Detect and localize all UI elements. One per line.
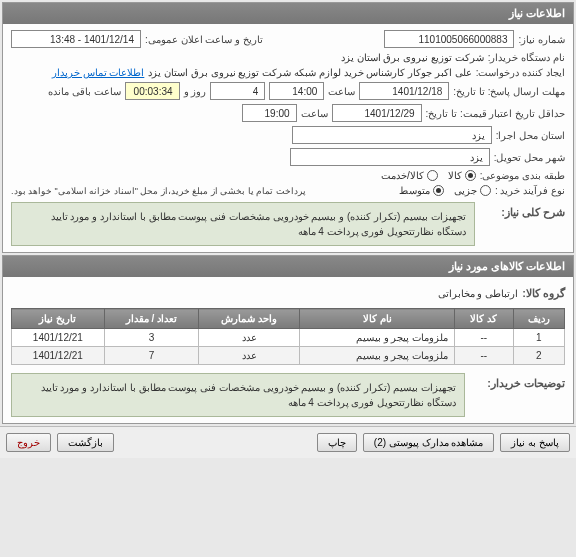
process-small-radio[interactable]: جزیی xyxy=(454,185,491,196)
validity-label: حداقل تاریخ اعتبار قیمت: تا تاریخ: xyxy=(426,108,565,119)
reply-time-label: ساعت xyxy=(328,86,355,97)
th-code: کد کالا xyxy=(455,309,513,329)
remaining-label: ساعت باقی مانده xyxy=(48,86,121,97)
radio-dot-icon xyxy=(480,185,491,196)
buyer-value: شرکت توزیع نیروی برق استان یزد xyxy=(341,52,484,63)
items-table: ردیف کد کالا نام کالا واحد شمارش تعداد /… xyxy=(11,308,565,365)
cell-qty: 7 xyxy=(104,347,199,365)
reply-deadline-label: مهلت ارسال پاسخ: تا تاریخ: xyxy=(453,86,565,97)
contact-link[interactable]: اطلاعات تماس خریدار xyxy=(52,67,145,78)
cell-unit: عدد xyxy=(199,347,300,365)
need-info-header: اطلاعات نیاز xyxy=(3,3,573,24)
cell-unit: عدد xyxy=(199,329,300,347)
th-date: تاریخ نیاز xyxy=(12,309,105,329)
validity-time-field: 19:00 xyxy=(242,104,297,122)
grouping-goods-label: کالا xyxy=(448,170,462,181)
th-name: نام کالا xyxy=(300,309,455,329)
table-header-row: ردیف کد کالا نام کالا واحد شمارش تعداد /… xyxy=(12,309,565,329)
delivery-city-label: شهر محل تحویل: xyxy=(494,152,565,163)
announce-label: تاریخ و ساعت اعلان عمومی: xyxy=(145,34,263,45)
grouping-radios: کالا کالا/خدمت xyxy=(381,170,476,181)
validity-time-label: ساعت xyxy=(301,108,328,119)
delivery-city-field: یزد xyxy=(290,148,490,166)
process-medium-label: متوسط xyxy=(399,185,430,196)
process-small-label: جزیی xyxy=(454,185,477,196)
need-info-body: شماره نیاز: 1101005066000883 تاریخ و ساع… xyxy=(3,24,573,252)
items-info-panel: اطلاعات کالاهای مورد نیاز گروه کالا: ارت… xyxy=(2,255,574,424)
radio-dot-icon xyxy=(427,170,438,181)
cell-name: ملزومات پیجر و بیسیم xyxy=(300,347,455,365)
process-medium-radio[interactable]: متوسط xyxy=(399,185,444,196)
reply-time-field: 14:00 xyxy=(269,82,324,100)
summary-box: تجهیزات بیسیم (تکرار کننده) و بیسیم خودر… xyxy=(11,202,475,246)
back-button[interactable]: بازگشت xyxy=(57,433,114,452)
validity-date-field: 1401/12/29 xyxy=(332,104,422,122)
cell-qty: 3 xyxy=(104,329,199,347)
grouping-service-radio[interactable]: کالا/خدمت xyxy=(381,170,438,181)
buyer-notes-box: تجهیزات بیسیم (تکرار کننده) و بیسیم خودر… xyxy=(11,373,465,417)
buyer-label: نام دستگاه خریدار: xyxy=(488,52,565,63)
need-no-label: شماره نیاز: xyxy=(518,34,565,45)
summary-label: شرح کلی نیاز: xyxy=(485,202,565,223)
print-button[interactable]: چاپ xyxy=(317,433,357,452)
need-info-panel: اطلاعات نیاز شماره نیاز: 110100506600088… xyxy=(2,2,574,253)
grouping-goods-radio[interactable]: کالا xyxy=(448,170,476,181)
grouping-service-label: کالا/خدمت xyxy=(381,170,424,181)
cell-code: -- xyxy=(455,347,513,365)
th-qty: تعداد / مقدار xyxy=(104,309,199,329)
announce-field: 1401/12/14 - 13:48 xyxy=(11,30,141,48)
payment-note: پرداخت تمام یا بخشی از مبلغ خرید،از محل … xyxy=(11,186,306,196)
items-info-body: گروه کالا: ارتباطی و مخابراتی ردیف کد کا… xyxy=(3,277,573,423)
bottom-bar: پاسخ به نیاز مشاهده مدارک پیوستی (2) چاپ… xyxy=(0,426,576,458)
process-radios: جزیی متوسط xyxy=(399,185,491,196)
buyer-notes-label: توضیحات خریدار: xyxy=(475,373,565,394)
creator-value: علی اکبر جوکار کارشناس خرید لوازم شبکه ش… xyxy=(148,67,471,78)
cell-row: 1 xyxy=(513,329,564,347)
cell-date: 1401/12/21 xyxy=(12,347,105,365)
cell-row: 2 xyxy=(513,347,564,365)
creator-label: ایجاد کننده درخواست: xyxy=(476,67,565,78)
exec-province-field: یزد xyxy=(292,126,492,144)
reply-date-field: 1401/12/18 xyxy=(359,82,449,100)
process-label: نوع فرآیند خرید : xyxy=(495,185,565,196)
th-row: ردیف xyxy=(513,309,564,329)
table-row[interactable]: 1 -- ملزومات پیجر و بیسیم عدد 3 1401/12/… xyxy=(12,329,565,347)
items-info-header: اطلاعات کالاهای مورد نیاز xyxy=(3,256,573,277)
reply-button[interactable]: پاسخ به نیاز xyxy=(500,433,570,452)
day-and-label: روز و xyxy=(184,86,207,97)
radio-dot-icon xyxy=(433,185,444,196)
cell-code: -- xyxy=(455,329,513,347)
exit-button[interactable]: خروج xyxy=(6,433,51,452)
attachments-button[interactable]: مشاهده مدارک پیوستی (2) xyxy=(363,433,495,452)
group-label: گروه کالا: xyxy=(522,283,565,304)
th-unit: واحد شمارش xyxy=(199,309,300,329)
table-row[interactable]: 2 -- ملزومات پیجر و بیسیم عدد 7 1401/12/… xyxy=(12,347,565,365)
exec-province-label: استان محل اجرا: xyxy=(496,130,565,141)
cell-name: ملزومات پیجر و بیسیم xyxy=(300,329,455,347)
remaining-time-field: 00:03:34 xyxy=(125,82,180,100)
cell-date: 1401/12/21 xyxy=(12,329,105,347)
day-count-field: 4 xyxy=(210,82,265,100)
grouping-label: طبقه بندی موضوعی: xyxy=(480,170,565,181)
radio-dot-icon xyxy=(465,170,476,181)
need-no-field: 1101005066000883 xyxy=(384,30,514,48)
group-value: ارتباطی و مخابراتی xyxy=(438,288,519,299)
